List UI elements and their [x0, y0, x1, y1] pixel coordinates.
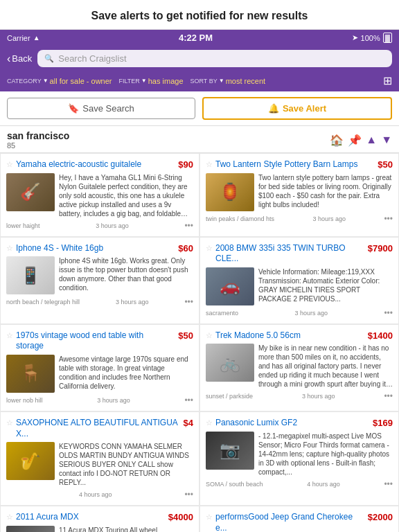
list-item[interactable]: ☆ 1970s vintage wood end table with stor… [1, 325, 199, 411]
down-arrow-icon[interactable]: ▼ [381, 134, 392, 146]
listing-description: Vehicle Information: Mileage:119,XXX Tra… [258, 267, 393, 305]
listing-title: 2008 BMW 335i 335 TWIN TURBO CLE... [215, 243, 362, 265]
listing-description: My bike is in near new condition - it ha… [258, 344, 393, 389]
battery-percentage: 100% [361, 34, 380, 42]
listing-more-icon[interactable]: ••• [184, 490, 193, 499]
save-alert-button[interactable]: 🔔 Save Alert [202, 97, 392, 120]
save-search-button[interactable]: 🔖 Save Search [7, 98, 195, 119]
listing-more-icon[interactable]: ••• [184, 297, 193, 307]
listing-title: Two Lantern Style Pottery Barn Lamps [215, 159, 372, 170]
listing-time: 3 hours ago [116, 299, 149, 305]
category-label: CATEGORY [7, 78, 42, 85]
map-icon[interactable]: 🏠 [330, 134, 344, 147]
star-icon[interactable]: ☆ [6, 331, 13, 340]
listing-location: twin peaks / diamond hts [206, 215, 274, 222]
listing-price: $60 [178, 243, 193, 254]
listing-image: 🎷 [6, 442, 55, 480]
battery-icon: ▓ [383, 33, 392, 43]
listing-location: north beach / telegraph hill [6, 299, 80, 305]
filter-value: has image [148, 77, 184, 85]
star-icon[interactable]: ☆ [206, 244, 213, 253]
save-search-icon: 🔖 [68, 103, 79, 114]
listing-title: SAXOPHONE ALTO BEAUTIFUL ANTIGUA X... [16, 418, 178, 439]
nav-bar: ‹ Back 🔍 Search Craigslist [0, 46, 399, 71]
listing-more-icon[interactable]: ••• [384, 308, 393, 318]
listing-image: 🏮 [206, 173, 254, 211]
listing-price: $1400 [368, 330, 393, 341]
star-icon[interactable]: ☆ [206, 160, 213, 169]
search-bar[interactable]: 🔍 Search Craigslist [37, 50, 392, 67]
listing-price: $50 [378, 159, 393, 170]
listing-title: Iphone 4S - White 16gb [16, 243, 172, 254]
listing-image-icon: 📱 [20, 266, 41, 285]
filter-filter[interactable]: FILTER ▼ has image [118, 77, 183, 85]
back-label: Back [12, 53, 32, 64]
search-placeholder: Search Craigslist [58, 53, 126, 64]
listing-image-icon: 📷 [220, 441, 240, 460]
star-icon[interactable]: ☆ [6, 418, 13, 427]
listing-more-icon[interactable]: ••• [184, 221, 193, 231]
listing-image: 📱 [6, 256, 55, 294]
list-item[interactable]: ☆ Yamaha electric-acoustic guitalele $90… [1, 154, 199, 236]
list-item[interactable]: ☆ Panasonic Lumix GF2 $169 📷 - 12.1-mega… [200, 412, 398, 505]
list-item[interactable]: ☆ 2008 BMW 335i 335 TWIN TURBO CLE... $7… [200, 238, 398, 323]
list-item[interactable]: ☆ SAXOPHONE ALTO BEAUTIFUL ANTIGUA X... … [1, 412, 199, 505]
sort-value: most recent [226, 77, 265, 85]
listing-more-icon[interactable]: ••• [184, 396, 193, 405]
listing-price: $90 [178, 159, 193, 170]
search-icon: 🔍 [44, 54, 54, 63]
star-icon[interactable]: ☆ [206, 418, 213, 427]
star-icon[interactable]: ☆ [6, 244, 13, 253]
location-name: san francisco [7, 130, 69, 141]
star-icon[interactable]: ☆ [6, 160, 13, 169]
listing-price: $2000 [368, 512, 393, 522]
listing-image: 🚲 [206, 344, 254, 382]
listing-description: Two lantern style pottery barn lamps - g… [258, 173, 393, 211]
listing-more-icon[interactable]: ••• [384, 391, 393, 401]
save-alert-icon: 🔔 [268, 103, 279, 114]
status-bar: Carrier ▲ 4:22 PM ➤ 100% ▓ [0, 30, 399, 46]
listing-more-icon[interactable]: ••• [384, 479, 393, 489]
star-icon[interactable]: ☆ [206, 331, 213, 340]
listings-grid: ☆ Yamaha electric-acoustic guitalele $90… [0, 153, 399, 532]
filter-bar: CATEGORY ▼ all for sale - owner FILTER ▼… [0, 71, 399, 91]
listing-description: 11 Acura MDX Touring All wheel [59, 526, 157, 532]
listing-price: $4000 [168, 512, 193, 522]
location-controls: 🏠 📌 ▲ ▼ [330, 134, 392, 147]
star-icon[interactable]: ☆ [6, 513, 13, 522]
listing-image-icon: 🏮 [220, 182, 240, 202]
pin-icon[interactable]: 📌 [348, 134, 362, 147]
carrier-name: Carrier [7, 34, 30, 42]
listing-image-icon: 🎷 [20, 452, 41, 471]
listing-title: 1970s vintage wood end table with storag… [16, 330, 172, 352]
listing-location: SOMA / south beach [206, 481, 263, 488]
listing-location: lower haight [6, 222, 40, 229]
filter-caret-icon: ▼ [141, 78, 147, 84]
listing-image: 🚙 [6, 526, 55, 532]
category-filter[interactable]: CATEGORY ▼ all for sale - owner [7, 77, 112, 85]
sort-label: SORT BY [190, 78, 218, 85]
listing-description: Awesome vintage large 1970s square end t… [59, 355, 193, 393]
up-arrow-icon[interactable]: ▲ [366, 134, 377, 146]
listing-time: 3 hours ago [96, 222, 129, 229]
list-item[interactable]: ☆ Trek Madone 5.0 56cm $1400 🚲 My bike i… [200, 325, 398, 411]
listing-price: $7900 [368, 243, 393, 254]
grid-view-icon[interactable]: ⊞ [383, 74, 392, 87]
listing-time: 4 hours ago [307, 481, 340, 488]
action-buttons: 🔖 Save Search 🔔 Save Alert [0, 91, 399, 126]
listing-time: 3 hours ago [312, 215, 346, 222]
category-caret-icon: ▼ [43, 78, 48, 84]
list-item[interactable]: ☆ performsGood Jeep Grand Cherokee e... … [200, 506, 398, 532]
back-button[interactable]: ‹ Back [7, 53, 32, 65]
listing-title: performsGood Jeep Grand Cherokee e... [215, 512, 362, 532]
list-item[interactable]: ☆ Iphone 4S - White 16gb $60 📱 Iphone 4S… [1, 238, 199, 323]
listing-image-icon: 🚗 [220, 276, 240, 296]
location-bar: san francisco 85 🏠 📌 ▲ ▼ [0, 126, 399, 153]
list-item[interactable]: ☆ 2011 Acura MDX $4000 🚙 11 Acura MDX To… [1, 506, 199, 532]
listing-image: 🎸 [6, 173, 55, 211]
carrier-info: Carrier ▲ [7, 34, 40, 42]
listing-more-icon[interactable]: ••• [384, 214, 393, 224]
sort-filter[interactable]: SORT BY ▼ most recent [190, 77, 266, 85]
list-item[interactable]: ☆ Two Lantern Style Pottery Barn Lamps $… [200, 154, 398, 236]
star-icon[interactable]: ☆ [206, 513, 213, 522]
